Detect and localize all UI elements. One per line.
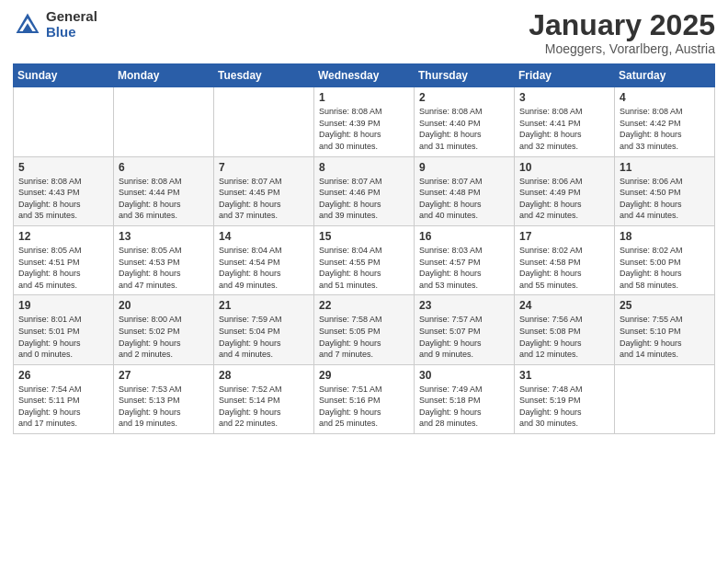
week-row-5: 26Sunrise: 7:54 AMSunset: 5:11 PMDayligh… — [14, 364, 715, 433]
day-info: Sunrise: 8:08 AMSunset: 4:42 PMDaylight:… — [620, 106, 710, 152]
day-cell: 4Sunrise: 8:08 AMSunset: 4:42 PMDaylight… — [615, 87, 715, 156]
day-cell: 9Sunrise: 8:07 AMSunset: 4:48 PMDaylight… — [415, 156, 515, 225]
day-info: Sunrise: 8:08 AMSunset: 4:43 PMDaylight:… — [18, 176, 108, 222]
day-info: Sunrise: 8:04 AMSunset: 4:54 PMDaylight:… — [219, 245, 309, 291]
day-cell: 14Sunrise: 8:04 AMSunset: 4:54 PMDayligh… — [214, 225, 314, 294]
day-cell — [214, 87, 314, 156]
day-number: 11 — [620, 161, 710, 174]
day-info: Sunrise: 8:03 AMSunset: 4:57 PMDaylight:… — [419, 245, 509, 291]
day-cell — [114, 87, 214, 156]
weekday-monday: Monday — [114, 64, 214, 87]
day-info: Sunrise: 8:07 AMSunset: 4:48 PMDaylight:… — [419, 176, 509, 222]
logo-blue: Blue — [46, 25, 97, 40]
day-number: 14 — [219, 230, 309, 243]
day-info: Sunrise: 8:08 AMSunset: 4:39 PMDaylight:… — [319, 106, 409, 152]
day-cell: 6Sunrise: 8:08 AMSunset: 4:44 PMDaylight… — [114, 156, 214, 225]
logo-text: General Blue — [46, 9, 97, 40]
day-number: 6 — [119, 161, 209, 174]
day-cell: 25Sunrise: 7:55 AMSunset: 5:10 PMDayligh… — [615, 295, 715, 364]
weekday-tuesday: Tuesday — [214, 64, 314, 87]
day-cell: 11Sunrise: 8:06 AMSunset: 4:50 PMDayligh… — [615, 156, 715, 225]
day-number: 21 — [219, 299, 309, 312]
day-cell: 31Sunrise: 7:48 AMSunset: 5:19 PMDayligh… — [515, 364, 615, 433]
day-number: 7 — [219, 161, 309, 174]
logo: General Blue — [13, 9, 97, 40]
day-number: 26 — [18, 369, 108, 382]
day-info: Sunrise: 8:01 AMSunset: 5:01 PMDaylight:… — [18, 314, 108, 360]
day-number: 13 — [119, 230, 209, 243]
day-cell: 20Sunrise: 8:00 AMSunset: 5:02 PMDayligh… — [114, 295, 214, 364]
day-number: 8 — [319, 161, 409, 174]
day-cell: 2Sunrise: 8:08 AMSunset: 4:40 PMDaylight… — [415, 87, 515, 156]
day-cell: 13Sunrise: 8:05 AMSunset: 4:53 PMDayligh… — [114, 225, 214, 294]
day-info: Sunrise: 8:08 AMSunset: 4:41 PMDaylight:… — [519, 106, 609, 152]
calendar-table: SundayMondayTuesdayWednesdayThursdayFrid… — [13, 63, 715, 434]
day-info: Sunrise: 8:04 AMSunset: 4:55 PMDaylight:… — [319, 245, 409, 291]
day-number: 31 — [519, 369, 609, 382]
day-number: 18 — [620, 230, 710, 243]
location-title: Moeggers, Vorarlberg, Austria — [529, 41, 715, 56]
day-info: Sunrise: 7:58 AMSunset: 5:05 PMDaylight:… — [319, 314, 409, 360]
day-cell: 28Sunrise: 7:52 AMSunset: 5:14 PMDayligh… — [214, 364, 314, 433]
day-info: Sunrise: 7:55 AMSunset: 5:10 PMDaylight:… — [620, 314, 710, 360]
day-info: Sunrise: 7:51 AMSunset: 5:16 PMDaylight:… — [319, 384, 409, 430]
weekday-wednesday: Wednesday — [314, 64, 415, 87]
day-cell: 26Sunrise: 7:54 AMSunset: 5:11 PMDayligh… — [14, 364, 114, 433]
calendar-page: General Blue January 2025 Moeggers, Vora… — [0, 0, 728, 563]
day-number: 5 — [18, 161, 108, 174]
logo-general: General — [46, 9, 97, 25]
day-cell: 12Sunrise: 8:05 AMSunset: 4:51 PMDayligh… — [14, 225, 114, 294]
day-number: 22 — [319, 299, 409, 312]
week-row-4: 19Sunrise: 8:01 AMSunset: 5:01 PMDayligh… — [14, 295, 715, 364]
day-cell: 29Sunrise: 7:51 AMSunset: 5:16 PMDayligh… — [314, 364, 415, 433]
day-cell: 22Sunrise: 7:58 AMSunset: 5:05 PMDayligh… — [314, 295, 415, 364]
day-cell: 15Sunrise: 8:04 AMSunset: 4:55 PMDayligh… — [314, 225, 415, 294]
day-number: 24 — [519, 299, 609, 312]
day-cell: 18Sunrise: 8:02 AMSunset: 5:00 PMDayligh… — [615, 225, 715, 294]
day-number: 30 — [419, 369, 509, 382]
day-cell — [615, 364, 715, 433]
day-cell: 16Sunrise: 8:03 AMSunset: 4:57 PMDayligh… — [415, 225, 515, 294]
day-number: 20 — [119, 299, 209, 312]
day-cell: 27Sunrise: 7:53 AMSunset: 5:13 PMDayligh… — [114, 364, 214, 433]
day-cell: 5Sunrise: 8:08 AMSunset: 4:43 PMDaylight… — [14, 156, 114, 225]
week-row-3: 12Sunrise: 8:05 AMSunset: 4:51 PMDayligh… — [14, 225, 715, 294]
day-cell: 7Sunrise: 8:07 AMSunset: 4:45 PMDaylight… — [214, 156, 314, 225]
day-number: 15 — [319, 230, 409, 243]
weekday-friday: Friday — [515, 64, 615, 87]
day-info: Sunrise: 7:53 AMSunset: 5:13 PMDaylight:… — [119, 384, 209, 430]
day-info: Sunrise: 8:08 AMSunset: 4:44 PMDaylight:… — [119, 176, 209, 222]
day-number: 1 — [319, 91, 409, 104]
weekday-thursday: Thursday — [415, 64, 515, 87]
day-number: 12 — [18, 230, 108, 243]
day-info: Sunrise: 8:05 AMSunset: 4:53 PMDaylight:… — [119, 245, 209, 291]
day-info: Sunrise: 7:54 AMSunset: 5:11 PMDaylight:… — [18, 384, 108, 430]
day-number: 10 — [519, 161, 609, 174]
weekday-header-row: SundayMondayTuesdayWednesdayThursdayFrid… — [14, 64, 715, 87]
day-info: Sunrise: 8:05 AMSunset: 4:51 PMDaylight:… — [18, 245, 108, 291]
day-number: 19 — [18, 299, 108, 312]
month-title: January 2025 — [529, 9, 715, 41]
logo-icon — [13, 10, 42, 40]
day-number: 17 — [519, 230, 609, 243]
day-info: Sunrise: 7:57 AMSunset: 5:07 PMDaylight:… — [419, 314, 509, 360]
day-cell: 21Sunrise: 7:59 AMSunset: 5:04 PMDayligh… — [214, 295, 314, 364]
day-info: Sunrise: 8:08 AMSunset: 4:40 PMDaylight:… — [419, 106, 509, 152]
day-number: 28 — [219, 369, 309, 382]
day-number: 3 — [519, 91, 609, 104]
day-info: Sunrise: 8:07 AMSunset: 4:45 PMDaylight:… — [219, 176, 309, 222]
day-cell: 3Sunrise: 8:08 AMSunset: 4:41 PMDaylight… — [515, 87, 615, 156]
day-number: 16 — [419, 230, 509, 243]
day-info: Sunrise: 7:49 AMSunset: 5:18 PMDaylight:… — [419, 384, 509, 430]
day-number: 2 — [419, 91, 509, 104]
day-info: Sunrise: 8:02 AMSunset: 5:00 PMDaylight:… — [620, 245, 710, 291]
day-number: 9 — [419, 161, 509, 174]
day-cell: 24Sunrise: 7:56 AMSunset: 5:08 PMDayligh… — [515, 295, 615, 364]
day-info: Sunrise: 8:07 AMSunset: 4:46 PMDaylight:… — [319, 176, 409, 222]
day-cell: 17Sunrise: 8:02 AMSunset: 4:58 PMDayligh… — [515, 225, 615, 294]
day-number: 25 — [620, 299, 710, 312]
day-number: 23 — [419, 299, 509, 312]
day-cell: 10Sunrise: 8:06 AMSunset: 4:49 PMDayligh… — [515, 156, 615, 225]
day-number: 27 — [119, 369, 209, 382]
day-cell: 30Sunrise: 7:49 AMSunset: 5:18 PMDayligh… — [415, 364, 515, 433]
